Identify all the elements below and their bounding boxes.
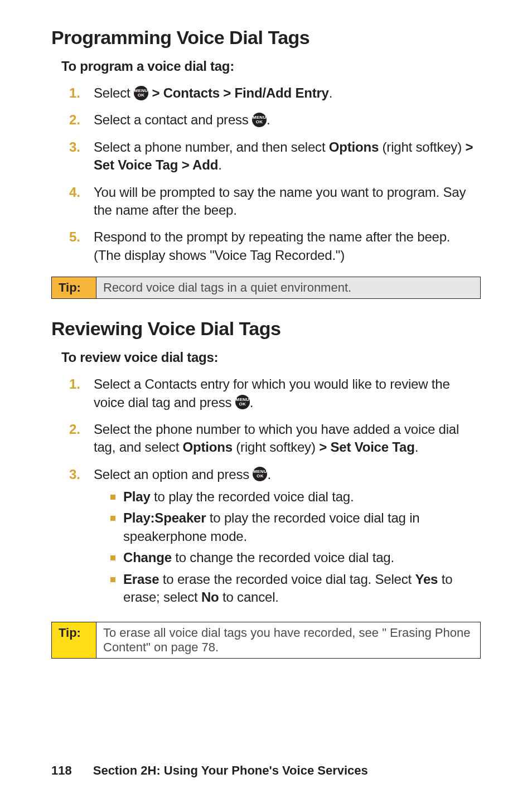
step-text: Select: [94, 85, 134, 100]
step-number: 3.: [69, 138, 94, 175]
menu-ok-icon: [235, 395, 250, 409]
step: 4. You will be prompted to say the name …: [69, 183, 481, 220]
heading-reviewing: Reviewing Voice Dial Tags: [51, 318, 481, 340]
step-tail: .: [267, 467, 270, 482]
bullet-text: to change the recorded voice dial tag.: [172, 550, 394, 565]
step-tail: .: [267, 112, 270, 127]
tip-label: Tip:: [52, 277, 96, 299]
step-bold: > Set Voice Tag: [319, 439, 415, 454]
step-text: Select a contact and press: [94, 112, 252, 127]
step-body: Select a contact and press .: [94, 111, 481, 129]
bullet-item: Play to play the recorded voice dial tag…: [94, 488, 481, 506]
step-text: (right softkey): [379, 139, 465, 154]
step-bold: > Contacts > Find/Add Entry: [148, 85, 329, 100]
step-number: 5.: [69, 228, 94, 264]
step: 1. Select a Contacts entry for which you…: [69, 375, 481, 412]
step-text: Select a Contacts entry for which you wo…: [94, 376, 450, 409]
menu-ok-icon: [253, 467, 267, 481]
tip-box: Tip: Record voice dial tags in a quiet e…: [51, 277, 481, 299]
bullet-item: Erase to erase the recorded voice dial t…: [94, 570, 481, 607]
step: 2. Select a contact and press .: [69, 111, 481, 129]
page-number: 118: [51, 763, 72, 778]
step-number: 1.: [69, 375, 94, 412]
bullet-bold: Yes: [415, 572, 438, 587]
bullet-item: Play:Speaker to play the recorded voice …: [94, 509, 481, 545]
lead-program: To program a voice dial tag:: [61, 59, 481, 74]
step-text: Select a phone number, and then select: [94, 139, 329, 154]
bullet-bold: Play: [123, 489, 151, 504]
menu-ok-icon: [252, 113, 267, 127]
bullet-text: to cancel.: [219, 589, 279, 604]
step: 3. Select a phone number, and then selec…: [69, 138, 481, 175]
step: 2. Select the phone number to which you …: [69, 420, 481, 457]
bullet-bold: No: [201, 589, 219, 604]
bullet-text: to play the recorded voice dial tag.: [151, 489, 354, 504]
step-tail: .: [250, 395, 253, 410]
bullet-text: to erase the recorded voice dial tag. Se…: [159, 572, 415, 587]
step-number: 3.: [69, 466, 94, 610]
step: 3. Select an option and press . Play to …: [69, 466, 481, 610]
tip-box: Tip: To erase all voice dial tags you ha…: [51, 622, 481, 659]
footer-title: Section 2H: Using Your Phone's Voice Ser…: [93, 763, 368, 778]
step-bold: Options: [183, 439, 233, 454]
step-number: 1.: [69, 84, 94, 102]
tip-label: Tip:: [52, 622, 96, 659]
step-body: Select an option and press . Play to pla…: [94, 466, 481, 610]
tip-message: To erase all voice dial tags you have re…: [96, 622, 481, 659]
step-text: (right softkey): [233, 439, 319, 454]
step-tail: .: [415, 439, 418, 454]
step-body: Respond to the prompt by repeating the n…: [94, 228, 481, 264]
bullet-bold: Erase: [123, 572, 159, 587]
step-tail: .: [329, 85, 332, 100]
step: 1. Select > Contacts > Find/Add Entry.: [69, 84, 481, 102]
bullet-bold: Change: [123, 550, 172, 565]
step-number: 2.: [69, 111, 94, 129]
heading-programming: Programming Voice Dial Tags: [51, 27, 481, 49]
bullet-bold: Play:Speaker: [123, 510, 206, 525]
step-number: 2.: [69, 420, 94, 457]
step-body: Select > Contacts > Find/Add Entry.: [94, 84, 481, 102]
bullet-item: Change to change the recorded voice dial…: [94, 549, 481, 567]
lead-review: To review voice dial tags:: [61, 350, 481, 365]
steps-program: 1. Select > Contacts > Find/Add Entry. 2…: [69, 84, 481, 264]
steps-review: 1. Select a Contacts entry for which you…: [69, 375, 481, 610]
step-body: Select a Contacts entry for which you wo…: [94, 375, 481, 412]
step-body: Select a phone number, and then select O…: [94, 138, 481, 175]
step-text: Select an option and press: [94, 467, 253, 482]
tip-message: Record voice dial tags in a quiet enviro…: [96, 277, 481, 299]
step: 5. Respond to the prompt by repeating th…: [69, 228, 481, 264]
step-body: Select the phone number to which you hav…: [94, 420, 481, 457]
option-bullets: Play to play the recorded voice dial tag…: [94, 488, 481, 606]
step-bold: Options: [329, 139, 379, 154]
step-body: You will be prompted to say the name you…: [94, 183, 481, 220]
step-tail: .: [218, 157, 221, 172]
step-number: 4.: [69, 183, 94, 220]
menu-ok-icon: [134, 86, 148, 100]
page-footer: 118 Section 2H: Using Your Phone's Voice…: [51, 763, 368, 778]
